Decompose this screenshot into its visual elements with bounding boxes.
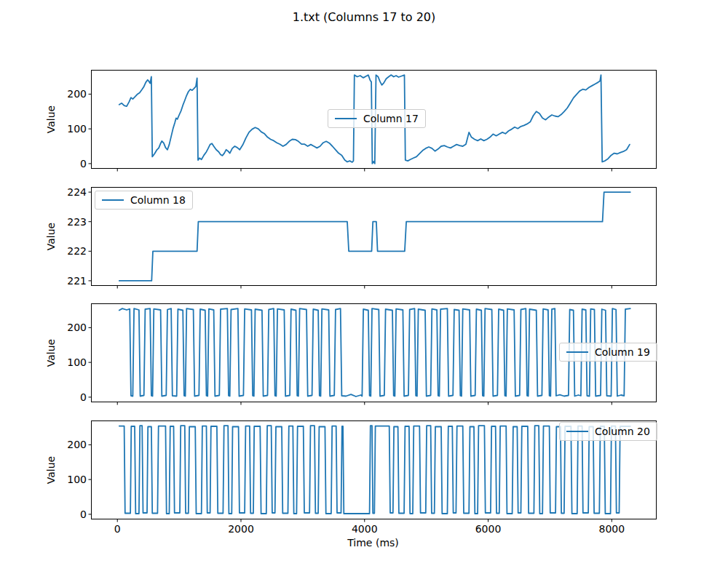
y-tick-label: 200 (54, 88, 87, 100)
x-tick-label: 6000 (467, 523, 510, 535)
series-line-2 (119, 308, 630, 396)
y-tick-label: 100 (54, 356, 87, 368)
figure: 1.txt (Columns 17 to 20) Value 0100200 V… (0, 0, 728, 582)
y-tick-label: 0 (54, 158, 87, 170)
legend-line-swatch (102, 199, 124, 201)
x-tick-label: 8000 (590, 523, 633, 535)
y-tick-label: 222 (54, 245, 87, 257)
y-tick-label: 100 (54, 123, 87, 135)
legend-column-19: Column 19 (559, 343, 657, 362)
y-tick-label: 0 (54, 509, 87, 520)
y-tick-label: 200 (54, 322, 87, 333)
legend-line-swatch (566, 351, 588, 353)
y-tick-label: 224 (54, 186, 87, 198)
y-tick-label: 0 (54, 391, 87, 403)
legend-label: Column 19 (595, 346, 650, 358)
x-axis-label: Time (ms) (91, 537, 655, 549)
series-line-1 (119, 192, 630, 281)
legend-column-18: Column 18 (95, 191, 193, 210)
legend-label: Column 20 (595, 426, 650, 437)
legend-label: Column 17 (363, 113, 419, 124)
x-tick-label: 4000 (343, 523, 387, 535)
legend-column-20: Column 20 (559, 422, 657, 441)
legend-line-swatch (335, 118, 357, 119)
y-tick-label: 223 (54, 216, 87, 228)
x-tick-label: 2000 (219, 523, 263, 535)
y-tick-label: 221 (54, 275, 87, 287)
legend-column-17: Column 17 (328, 109, 426, 128)
x-tick-label: 0 (95, 523, 139, 535)
legend-label: Column 18 (130, 194, 186, 206)
y-tick-label: 200 (54, 439, 87, 450)
figure-title: 1.txt (Columns 17 to 20) (0, 10, 728, 24)
y-tick-label: 100 (54, 474, 87, 485)
legend-line-swatch (566, 431, 588, 432)
series-line-3 (119, 426, 630, 514)
